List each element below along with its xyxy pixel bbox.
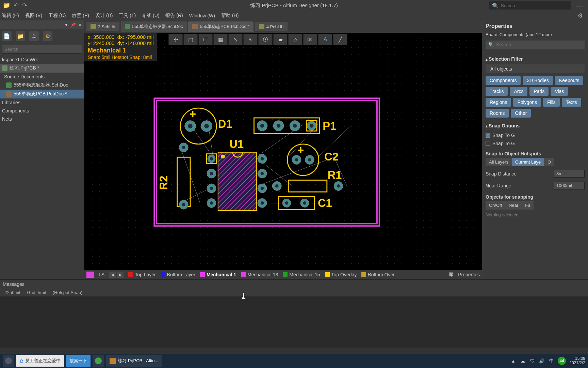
filter-chip-fills[interactable]: Fills <box>543 98 560 107</box>
properties-search[interactable]: 🔍 <box>486 41 585 49</box>
tool-dimension[interactable]: |10| <box>303 34 317 45</box>
add-folder-icon[interactable]: 📁 <box>16 31 25 41</box>
tool-poly[interactable]: ◇ <box>288 34 303 45</box>
filter-chip-other[interactable]: Other <box>511 109 531 118</box>
compile-icon[interactable]: 🗂 <box>29 31 39 41</box>
open-file-icon[interactable]: 📁 <box>3 2 10 9</box>
menu-tools[interactable]: 工具 (T) <box>119 13 136 19</box>
menu-edit[interactable]: 编辑 (E) <box>2 13 19 19</box>
doc-pcbdoc[interactable]: 555单稳态PCB.PcbDoc * <box>0 90 84 98</box>
projects-search-input[interactable] <box>2 45 82 53</box>
filter-chip-vias[interactable]: Vias <box>551 87 568 96</box>
filter-chip-texts[interactable]: Texts <box>562 98 581 107</box>
menu-design[interactable]: 设计 (D) <box>95 13 113 19</box>
tool-via[interactable]: ⦿ <box>258 34 273 45</box>
filter-chip-tracks[interactable]: Tracks <box>486 87 508 96</box>
tool-arc[interactable]: ∿ <box>243 34 258 45</box>
layer-tab-2[interactable]: Mechanical 1 <box>200 272 236 277</box>
tool-component[interactable]: ▦ <box>213 34 228 45</box>
filter-chip-polygons[interactable]: Polygons <box>513 98 541 107</box>
tab-pcbdoc[interactable]: 555单稳态PCB.PcbDoc * <box>188 21 253 32</box>
layer-tab-4[interactable]: Mechanical 15 <box>283 272 320 277</box>
title-search-input[interactable] <box>501 3 568 8</box>
tray-air-badge[interactable]: 44 <box>558 357 566 365</box>
layer-prev[interactable]: ◀ <box>109 272 116 278</box>
ie-taskbar-item[interactable]: e 员工普正在恋爱中 <box>16 355 64 367</box>
panel-close-icon[interactable]: ✕ <box>77 22 83 27</box>
nav-back-icon[interactable]: ↶ <box>14 2 19 9</box>
menu-route[interactable]: 布线 (U) <box>142 13 159 19</box>
title-search[interactable]: 🔍 <box>489 1 571 10</box>
properties-tab-btn[interactable]: Properties <box>458 272 480 277</box>
minimize-button[interactable]: — <box>576 2 583 10</box>
tool-fill[interactable]: ▰ <box>273 34 288 45</box>
tool-select[interactable]: ▢ <box>183 34 198 45</box>
panel-pin-icon[interactable]: 📌 <box>70 22 76 27</box>
layer-tab-5[interactable]: Top Overlay <box>325 272 357 277</box>
altium-taskbar-item[interactable]: 练习.PrjPCB - Altiu... <box>106 355 162 367</box>
menu-window[interactable]: Window (W) <box>189 13 215 18</box>
menu-view[interactable]: 视图 (V) <box>25 13 43 19</box>
all-objects-button[interactable]: All objects <box>486 64 585 73</box>
add-file-icon[interactable]: 📄 <box>2 31 12 41</box>
layer-tab-3[interactable]: Mechanical 13 <box>241 272 278 277</box>
seg-all-layers[interactable]: All Layers <box>486 158 512 166</box>
near-range-input[interactable] <box>554 182 585 189</box>
tray-up-icon[interactable]: ▲ <box>510 358 516 364</box>
tray-ime-icon[interactable]: 中 <box>548 358 554 364</box>
menu-place[interactable]: 放置 (P) <box>72 13 89 19</box>
context-components[interactable]: Components (and 12 more <box>500 32 552 37</box>
menu-project[interactable]: 工程 (C) <box>48 13 66 19</box>
tab-pcblib[interactable]: 4.PcbLib <box>255 22 288 31</box>
layer-tab-0[interactable]: Top Layer <box>128 272 156 277</box>
search-button[interactable]: 搜索一下 <box>66 355 91 367</box>
tray-volume-icon[interactable]: 🔊 <box>539 358 545 364</box>
tool-text[interactable]: A <box>318 34 332 45</box>
section-snap[interactable]: Snap Options <box>486 123 585 128</box>
layer-tab-6[interactable]: Bottom Over <box>361 272 395 277</box>
browser-taskbar-item[interactable] <box>93 355 104 367</box>
nav-fwd-icon[interactable]: ↷ <box>22 2 27 9</box>
pcb-canvas[interactable]: x: 3500.000 dx: -795.000 mil y: 2245.000… <box>84 33 482 270</box>
seg-current-layer[interactable]: Current Laye <box>512 158 544 166</box>
lib-tab[interactable]: 库 <box>448 272 453 278</box>
filter-chip-rooms[interactable]: Rooms <box>486 109 509 118</box>
tab-schlib[interactable]: 3.SchLib <box>86 22 119 31</box>
filter-chip-regions[interactable]: Regions <box>486 98 511 107</box>
tray-clock[interactable]: 15:09 2021/2/2 <box>569 356 585 365</box>
tool-route[interactable]: ⤡ <box>228 34 243 45</box>
messages-panel-header[interactable]: Messages <box>0 279 588 288</box>
context-board[interactable]: Board <box>486 32 497 37</box>
workspace-node[interactable]: kspace1.DsnWrk <box>0 56 84 64</box>
filter-chip-3d-bodies[interactable]: 3D Bodies <box>523 76 553 85</box>
tool-cross[interactable]: ✢ <box>168 34 183 45</box>
panel-dropdown-icon[interactable]: ▼ <box>64 22 69 27</box>
tab-schdoc[interactable]: 555单稳态触发器.SchDoc <box>121 21 187 32</box>
tray-onedrive-icon[interactable]: ☁ <box>520 358 526 364</box>
preferences-gear-icon[interactable]: ⚙ <box>577 12 583 19</box>
properties-search-input[interactable] <box>496 42 582 47</box>
filter-chip-components[interactable]: Components <box>486 76 521 85</box>
nets-node[interactable]: Nets <box>0 115 84 123</box>
section-filter[interactable]: Selection Filter <box>486 56 585 62</box>
components-node[interactable]: Components <box>0 107 84 115</box>
doc-schdoc[interactable]: 555单稳态触发器.SchDoc <box>0 81 84 90</box>
filter-chip-arcs[interactable]: Arcs <box>510 87 527 96</box>
seg-off[interactable]: O <box>544 158 554 166</box>
snap-to-grid-checkbox[interactable]: ✓Snap To G <box>486 133 585 138</box>
tray-shield-icon[interactable]: 🛡 <box>529 358 535 364</box>
tool-align[interactable]: ⫍ <box>198 34 213 45</box>
filter-chip-keepouts[interactable]: Keepouts <box>555 76 583 85</box>
tool-line[interactable]: ╱ <box>333 34 347 45</box>
menu-help[interactable]: 帮助 (H) <box>221 13 239 19</box>
libraries-node[interactable]: Libraries <box>0 98 84 107</box>
settings-icon[interactable]: ⚙ <box>43 31 52 41</box>
start-button[interactable] <box>3 355 14 367</box>
project-node[interactable]: 练习.PrjPCB * <box>0 64 84 73</box>
source-docs-node[interactable]: Source Documents <box>0 73 84 81</box>
layer-next[interactable]: ▶ <box>117 272 124 278</box>
snap-distance-input[interactable] <box>554 170 585 178</box>
filter-chip-pads[interactable]: Pads <box>529 87 549 96</box>
layer-tab-1[interactable]: Bottom Layer <box>161 272 195 277</box>
snap-to-guide-checkbox[interactable]: Snap To G <box>486 141 585 146</box>
